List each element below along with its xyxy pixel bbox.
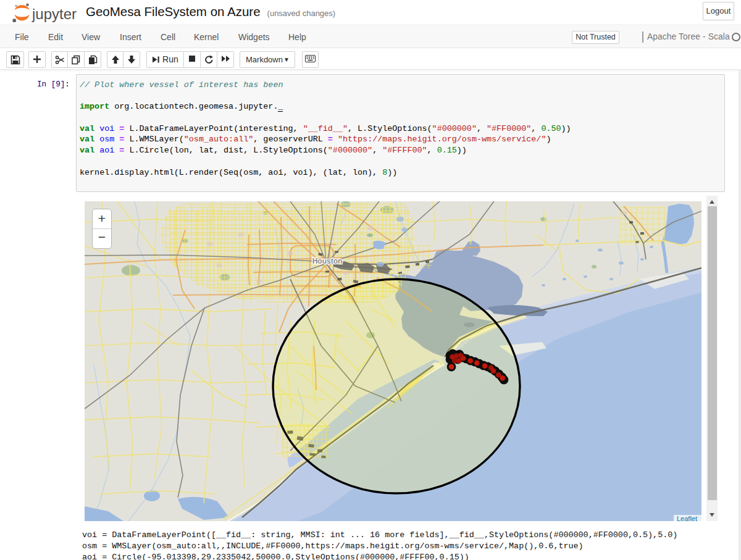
svg-text:jupyter: jupyter	[31, 6, 77, 22]
svg-text:Houston: Houston	[312, 257, 343, 265]
